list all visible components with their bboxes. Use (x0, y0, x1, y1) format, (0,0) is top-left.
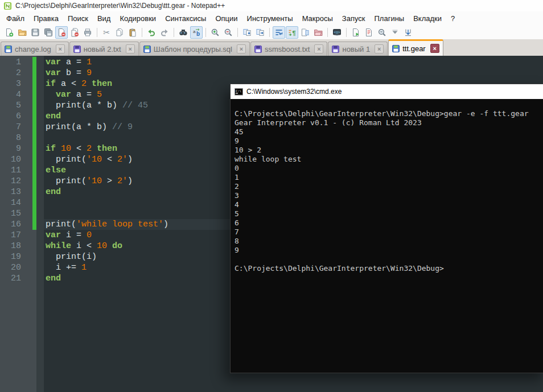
folder-as-workspace-icon[interactable] (312, 26, 324, 39)
code-line-2[interactable]: 2var b = 9 (0, 68, 543, 79)
tab-close-icon[interactable]: × (375, 44, 384, 53)
fold-cell (36, 143, 44, 154)
menu-item-7[interactable]: Опции (211, 13, 242, 24)
tab-ttt.gear[interactable]: ttt.gear× (388, 39, 443, 56)
code-token: 1 (87, 57, 92, 67)
redo-icon[interactable] (158, 26, 171, 39)
tab-новый-1[interactable]: новый 1× (328, 42, 388, 56)
print-icon[interactable] (81, 26, 94, 39)
tab-change.log[interactable]: change.log× (1, 42, 69, 56)
toolbar-separator (327, 28, 328, 37)
line-number[interactable]: 4 (0, 89, 32, 100)
line-number[interactable]: 8 (0, 133, 32, 143)
close-all-icon[interactable] (68, 26, 81, 39)
code-token: else (46, 166, 66, 175)
line-number[interactable]: 15 (0, 208, 32, 219)
line-number[interactable]: 9 (0, 143, 32, 154)
console-line: 7 (235, 228, 543, 237)
line-number[interactable]: 10 (0, 154, 32, 165)
change-marker (32, 68, 36, 79)
menu-item-9[interactable]: Макросы (298, 13, 338, 24)
line-number[interactable]: 17 (0, 230, 32, 241)
cmd-title-bar[interactable]: C:\ C:\Windows\system32\cmd.exe (231, 84, 543, 99)
menu-item-1[interactable]: Файл (2, 13, 29, 24)
line-number[interactable]: 20 (0, 262, 32, 273)
close-icon[interactable] (55, 26, 68, 39)
zoom-in-icon[interactable] (209, 26, 221, 39)
menu-item-10[interactable]: Запуск (338, 13, 370, 24)
macro-start-recording-icon[interactable] (349, 26, 362, 39)
menu-item-5[interactable]: Кодировки (115, 13, 161, 24)
console-output[interactable]: C:\Projects\Delphi\GearInterpreter\Win32… (231, 99, 543, 373)
macro-dropdown-icon[interactable] (389, 26, 401, 39)
line-number[interactable]: 21 (0, 273, 32, 284)
save-recorded-macro-icon[interactable] (402, 26, 414, 39)
tab-close-icon[interactable]: × (237, 44, 246, 53)
line-number[interactable]: 18 (0, 241, 32, 251)
tab-новый-2.txt[interactable]: новый 2.txt× (69, 42, 139, 56)
sync-vertical-scroll-icon[interactable] (241, 26, 253, 39)
line-number[interactable]: 7 (0, 122, 32, 133)
console-line: 2 (235, 182, 543, 191)
line-number[interactable]: 16 (0, 219, 32, 230)
svg-text:a: a (193, 28, 196, 34)
fold-cell (36, 273, 44, 284)
tab-close-icon[interactable]: × (430, 44, 439, 53)
line-number[interactable]: 5 (0, 100, 32, 111)
menu-item-2[interactable]: Правка (29, 13, 63, 24)
code-token (56, 144, 61, 154)
line-number[interactable]: 2 (0, 68, 32, 79)
menu-item-6[interactable]: Синтаксисы (161, 13, 211, 24)
document-map-icon[interactable] (299, 26, 311, 39)
change-marker (32, 79, 36, 89)
menu-item-12[interactable]: Вкладки (409, 13, 446, 24)
tab-close-icon[interactable]: × (56, 44, 65, 53)
menu-item-4[interactable]: Вид (93, 13, 116, 24)
title-bar[interactable]: C:\Projects\Delphi\GearInterpreter\Win32… (0, 0, 543, 11)
fold-cell (36, 111, 44, 122)
line-number[interactable]: 12 (0, 176, 32, 187)
save-all-icon[interactable] (42, 26, 55, 39)
replace-icon[interactable]: ab (190, 26, 203, 39)
save-icon[interactable] (29, 26, 42, 39)
cut-icon[interactable]: ✂ (100, 26, 113, 39)
tab-Шаблон-процедуры.sql[interactable]: Шаблон процедуры.sql× (139, 42, 250, 56)
line-number[interactable]: 3 (0, 79, 32, 89)
menu-item-11[interactable]: Плагины (370, 13, 409, 24)
tab-close-icon[interactable]: × (126, 44, 135, 53)
copy-icon[interactable] (113, 26, 126, 39)
toolbar-separator (346, 28, 347, 37)
line-number[interactable]: 13 (0, 187, 32, 197)
monitoring-icon[interactable]: <o> (331, 26, 343, 39)
line-number[interactable]: 6 (0, 111, 32, 122)
line-number[interactable]: 19 (0, 251, 32, 262)
change-marker (32, 165, 36, 176)
undo-icon[interactable] (145, 26, 158, 39)
change-marker (32, 273, 36, 284)
sync-horizontal-scroll-icon[interactable] (254, 26, 266, 39)
find-icon[interactable] (177, 26, 190, 39)
line-number[interactable]: 11 (0, 165, 32, 176)
line-number[interactable]: 1 (0, 57, 32, 68)
code-line-1[interactable]: 1var a = 1 (0, 57, 543, 68)
code-token: i += (46, 263, 81, 273)
word-wrap-icon[interactable] (273, 26, 285, 39)
tab-ssmsboost.txt[interactable]: ssmsboost.txt× (250, 42, 327, 56)
show-all-characters-icon[interactable]: ¶ (286, 26, 298, 39)
menu-item-13[interactable]: ? (446, 13, 459, 24)
code-token: a = (71, 90, 97, 100)
paste-icon[interactable] (126, 26, 139, 39)
menu-item-3[interactable]: Поиск (63, 13, 93, 24)
toolbar-separator (205, 28, 206, 37)
tab-close-icon[interactable]: × (314, 44, 323, 53)
change-marker (32, 176, 36, 187)
zoom-out-icon[interactable] (222, 26, 235, 39)
menu-item-8[interactable]: Инструменты (242, 13, 298, 24)
toolbar: ✂ab¶<o> (0, 25, 543, 39)
line-number[interactable]: 14 (0, 197, 32, 208)
macro-playback-icon[interactable] (363, 26, 375, 39)
window-title: C:\Projects\Delphi\GearInterpreter\Win32… (15, 2, 225, 10)
new-file-icon[interactable] (3, 26, 15, 39)
open-file-icon[interactable] (16, 26, 28, 39)
macro-run-multiple-icon[interactable] (376, 26, 388, 39)
